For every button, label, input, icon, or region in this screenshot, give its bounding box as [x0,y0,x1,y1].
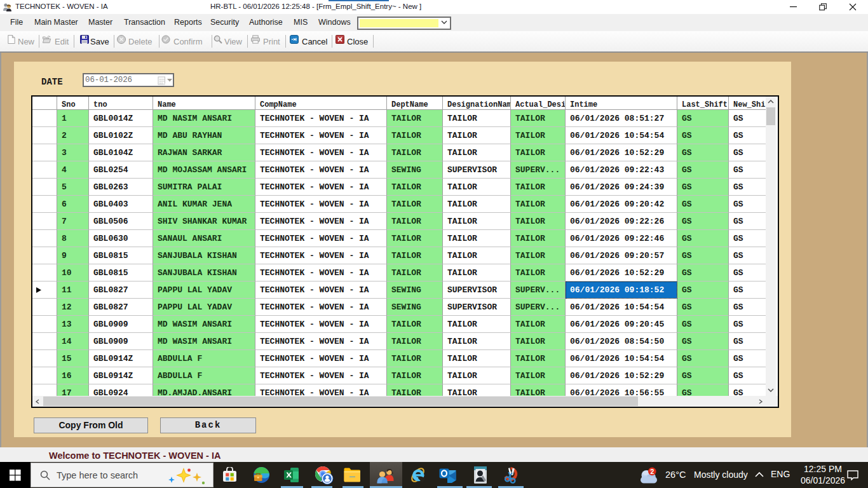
svg-text:2: 2 [651,468,654,475]
